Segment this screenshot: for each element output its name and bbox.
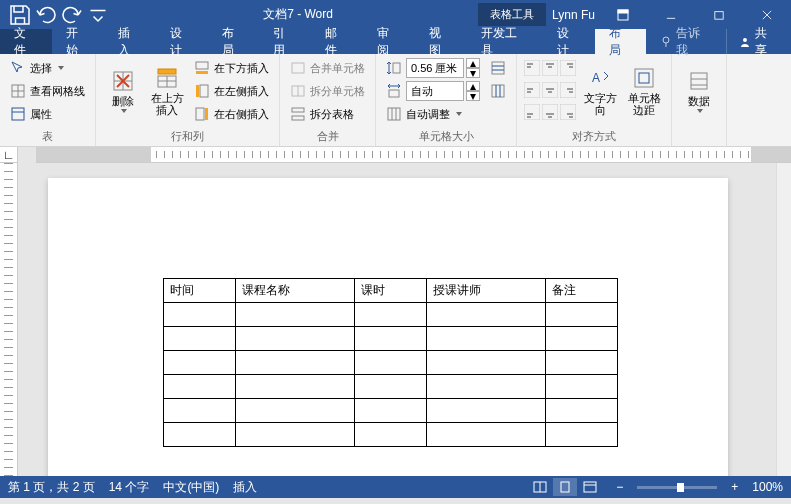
vertical-scrollbar[interactable] [776,163,791,476]
insert-left-button[interactable]: 在左侧插入 [190,80,273,102]
insert-right-button[interactable]: 在右侧插入 [190,103,273,125]
height-icon [386,60,402,76]
page: 时间 课程名称 课时 授课讲师 备注 [48,178,728,476]
save-button[interactable] [8,3,32,27]
align-mc[interactable] [541,79,559,101]
alignment-grid[interactable] [523,57,577,123]
svg-rect-26 [196,85,199,97]
ribbon-group-cellsize: ▴▾ ▴▾ 自动调整 单元格大小 [376,54,517,146]
table-header-cell[interactable]: 课时 [354,279,426,303]
zoom-in-button[interactable]: + [731,480,738,494]
language-indicator[interactable]: 中文(中国) [163,479,219,496]
autofit-button[interactable]: 自动调整 [382,103,484,125]
page-indicator[interactable]: 第 1 页，共 2 页 [8,479,95,496]
tab-selector[interactable]: ∟ [0,147,18,163]
group-label: 单元格大小 [382,128,510,145]
align-tr[interactable] [559,57,577,79]
align-tl[interactable] [523,57,541,79]
width-icon [386,83,402,99]
tab-table-design[interactable]: 设计 [543,29,595,54]
web-layout-button[interactable] [578,478,602,496]
tab-table-layout[interactable]: 布局 [595,29,647,54]
group-label: 行和列 [102,128,273,145]
ribbon-group-rowcol: 删除 在上方插入 在下方插入 在左侧插入 在右侧插入 行和列 [96,54,280,146]
tab-view[interactable]: 视图 [415,29,467,54]
svg-point-6 [663,37,669,43]
zoom-out-button[interactable]: − [616,480,623,494]
align-ml[interactable] [523,79,541,101]
insert-above-button[interactable]: 在上方插入 [146,57,188,125]
text-direction-button[interactable]: A文字方向 [579,57,621,125]
read-mode-button[interactable] [528,478,552,496]
table-header-cell[interactable]: 时间 [164,279,236,303]
svg-rect-24 [196,71,208,74]
svg-rect-33 [292,116,304,120]
tab-insert[interactable]: 插入 [104,29,156,54]
tab-home[interactable]: 开始 [52,29,104,54]
split-table-button[interactable]: 拆分表格 [286,103,369,125]
spin-down-button[interactable]: ▾ [466,91,480,101]
svg-rect-35 [393,63,400,73]
document-table[interactable]: 时间 课程名称 课时 授课讲师 备注 [163,278,618,447]
word-count[interactable]: 14 个字 [109,479,150,496]
properties-button[interactable]: 属性 [6,103,89,125]
insert-below-button[interactable]: 在下方插入 [190,57,273,79]
redo-button[interactable] [60,3,84,27]
vertical-ruler[interactable] [0,163,18,476]
status-bar: 第 1 页，共 2 页 14 个字 中文(中国) 插入 − + 100% [0,476,791,498]
tab-mail[interactable]: 邮件 [311,29,363,54]
svg-rect-27 [196,108,204,120]
view-gridlines-button[interactable]: 查看网格线 [6,80,89,102]
tab-layout[interactable]: 布局 [208,29,260,54]
svg-rect-83 [584,482,596,492]
qat-customize-button[interactable] [86,3,110,27]
horizontal-ruler[interactable] [36,147,791,163]
distribute-cols-button[interactable] [486,80,510,102]
svg-rect-41 [492,62,504,74]
zoom-level[interactable]: 100% [752,480,783,494]
svg-rect-62 [560,82,576,98]
table-header-cell[interactable]: 授课讲师 [427,279,546,303]
align-bc[interactable] [541,101,559,123]
svg-rect-12 [12,108,24,120]
insert-mode[interactable]: 插入 [233,479,257,496]
cell-margins-button[interactable]: 单元格边距 [623,57,665,125]
svg-rect-82 [561,482,569,492]
document-canvas[interactable]: 时间 课程名称 课时 授课讲师 备注 [18,163,791,476]
svg-rect-50 [542,60,558,76]
align-br[interactable] [559,101,577,123]
align-mr[interactable] [559,79,577,101]
undo-button[interactable] [34,3,58,27]
tab-references[interactable]: 引用 [259,29,311,54]
tab-design[interactable]: 设计 [156,29,208,54]
ribbon-group-data: 数据 [672,54,727,146]
svg-rect-75 [635,69,653,87]
chevron-down-icon [456,112,462,116]
print-layout-button[interactable] [553,478,577,496]
col-width-control[interactable]: ▴▾ [382,80,484,102]
row-height-control[interactable]: ▴▾ [382,57,484,79]
data-button[interactable]: 数据 [678,57,720,125]
svg-rect-77 [691,73,707,89]
table-header-cell[interactable]: 课程名称 [236,279,355,303]
tab-file[interactable]: 文件 [0,29,52,54]
view-buttons [528,478,602,496]
select-button[interactable]: 选择 [6,57,89,79]
tab-developer[interactable]: 开发工具 [467,29,543,54]
row-height-input[interactable] [406,58,464,78]
col-width-input[interactable] [406,81,464,101]
table-header-cell[interactable]: 备注 [545,279,617,303]
tell-me-button[interactable]: 告诉我 [646,29,726,54]
share-button[interactable]: 共享 [726,29,791,54]
distribute-rows-button[interactable] [486,57,510,79]
spin-down-button[interactable]: ▾ [466,68,480,78]
tab-review[interactable]: 审阅 [363,29,415,54]
user-name[interactable]: Lynn Fu [552,8,595,22]
align-tc[interactable] [541,57,559,79]
delete-button[interactable]: 删除 [102,57,144,125]
table-row [164,375,618,399]
svg-rect-29 [292,63,304,73]
align-bl[interactable] [523,101,541,123]
svg-rect-71 [560,104,576,120]
zoom-slider[interactable] [637,486,717,489]
